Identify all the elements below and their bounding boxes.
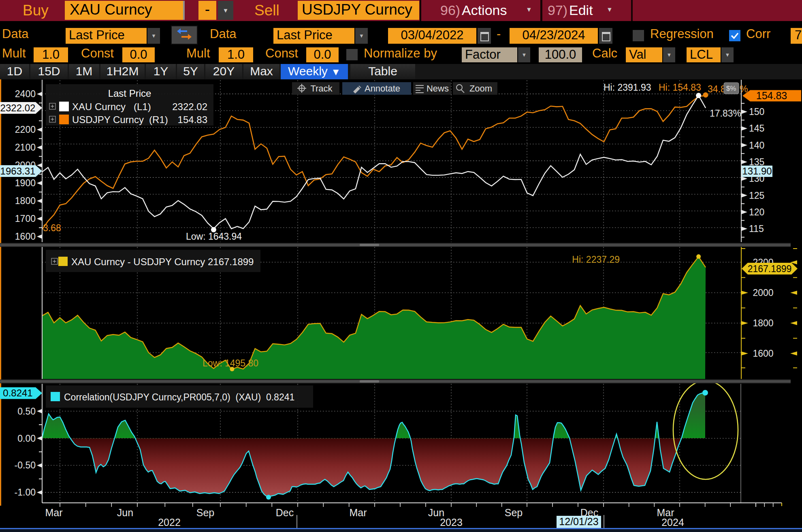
svg-text:-1.00: -1.00 xyxy=(15,487,36,498)
svg-text:Dec: Dec xyxy=(276,507,294,518)
svg-text:Annotate: Annotate xyxy=(365,83,400,94)
svg-text:150: 150 xyxy=(749,106,764,117)
svg-text:Sep: Sep xyxy=(505,507,523,518)
svg-text:125: 125 xyxy=(749,190,764,201)
svg-text:2022: 2022 xyxy=(158,517,181,528)
svg-text:140: 140 xyxy=(749,140,764,151)
svg-text:(L1): (L1) xyxy=(134,101,151,112)
svg-text:2400: 2400 xyxy=(15,89,36,99)
svg-text:154.83: 154.83 xyxy=(756,90,787,101)
svg-text:1700: 1700 xyxy=(15,213,36,224)
svg-text:115: 115 xyxy=(749,223,764,234)
svg-text:2167.1899: 2167.1899 xyxy=(748,264,792,274)
svg-text:Zoom: Zoom xyxy=(469,83,492,94)
svg-text:Hi: 2237.29: Hi: 2237.29 xyxy=(572,254,620,265)
svg-text:0.00: 0.00 xyxy=(17,433,36,444)
svg-text:Hi: 2391.93: Hi: 2391.93 xyxy=(604,82,651,93)
svg-text:XAU Curncy: XAU Curncy xyxy=(72,101,126,112)
svg-text:0.8241: 0.8241 xyxy=(3,387,32,398)
svg-text:2322.02: 2322.02 xyxy=(0,102,36,113)
svg-text:Low: 1643.94: Low: 1643.94 xyxy=(186,231,242,242)
svg-text:-0.50: -0.50 xyxy=(15,460,36,470)
svg-text:USDJPY Curncy: USDJPY Curncy xyxy=(72,114,144,125)
svg-text:Correlation(USDJPY Curncy,PR00: Correlation(USDJPY Curncy,PR005,7,0) (XA… xyxy=(64,392,294,402)
svg-text:1600: 1600 xyxy=(753,348,773,359)
svg-text:Low: 1495.80: Low: 1495.80 xyxy=(203,358,258,368)
svg-text:2322.02: 2322.02 xyxy=(172,101,207,112)
svg-text:145: 145 xyxy=(749,123,764,134)
svg-text:12/01/23: 12/01/23 xyxy=(559,516,598,527)
svg-text:Track: Track xyxy=(310,83,333,94)
svg-text:Hi: 154.83: Hi: 154.83 xyxy=(659,82,701,93)
svg-text:1800: 1800 xyxy=(15,196,36,206)
svg-text:2100: 2100 xyxy=(15,142,36,153)
svg-text:XAU Curncy - USDJPY Curncy 216: XAU Curncy - USDJPY Curncy 2167.1899 xyxy=(71,256,254,267)
svg-text:News: News xyxy=(427,83,449,94)
svg-text:1800: 1800 xyxy=(753,318,773,328)
svg-text:Jun: Jun xyxy=(117,507,133,518)
svg-text:2023: 2023 xyxy=(440,517,463,528)
svg-text:131.90: 131.90 xyxy=(742,166,772,177)
svg-text:120: 120 xyxy=(749,207,764,217)
svg-text:2200: 2200 xyxy=(15,124,36,135)
svg-text:0.50: 0.50 xyxy=(17,406,36,417)
svg-text:2024: 2024 xyxy=(661,517,684,528)
svg-text:Last Price: Last Price xyxy=(108,88,151,99)
svg-text:1600: 1600 xyxy=(15,231,36,242)
svg-text:2000: 2000 xyxy=(753,287,773,298)
svg-text:Mar: Mar xyxy=(45,507,62,518)
svg-text:1900: 1900 xyxy=(15,178,36,188)
svg-text:3.68: 3.68 xyxy=(43,223,61,233)
svg-text:17.83%: 17.83% xyxy=(710,108,741,119)
svg-text:Sep: Sep xyxy=(196,507,214,518)
svg-text:$%: $% xyxy=(726,85,736,92)
svg-text:(R1): (R1) xyxy=(149,114,168,125)
svg-text:154.83: 154.83 xyxy=(178,114,207,125)
svg-text:1963.31: 1963.31 xyxy=(0,166,36,177)
svg-text:Mar: Mar xyxy=(349,507,367,518)
